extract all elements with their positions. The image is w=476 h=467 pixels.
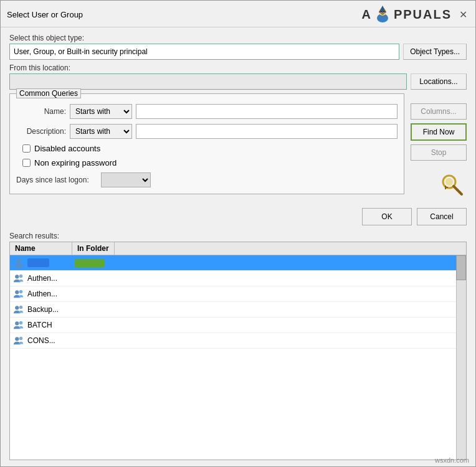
- svg-point-25: [19, 321, 22, 324]
- results-header: Name In Folder: [10, 242, 466, 255]
- result-name-cell: Authen...: [27, 274, 74, 283]
- scrollbar-thumb[interactable]: [456, 255, 466, 280]
- single-user-icon: [13, 257, 24, 268]
- name-query-label: Name:: [16, 107, 66, 116]
- results-section: Search results: Name In Folder: [9, 232, 467, 460]
- group-user-icon: [13, 304, 24, 315]
- table-row[interactable]: CONS...: [10, 333, 466, 349]
- svg-point-17: [16, 258, 21, 263]
- appuals-logo: A: [361, 4, 452, 24]
- svg-point-27: [19, 337, 22, 340]
- svg-point-21: [19, 290, 22, 293]
- title-bar-right: A: [361, 4, 469, 24]
- locations-button[interactable]: Locations...: [411, 73, 467, 90]
- group-icon: [12, 334, 25, 347]
- table-row[interactable]: Backup...: [10, 302, 466, 318]
- queries-area: Common Queries Name: Starts with Is exac…: [9, 93, 467, 199]
- svg-point-14: [459, 191, 461, 194]
- object-types-button[interactable]: Object Types...: [403, 44, 467, 60]
- results-scroll[interactable]: Authen... Authen..: [10, 255, 466, 460]
- days-since-select[interactable]: 30 60 90: [101, 172, 151, 187]
- search-icon-area: [437, 169, 467, 199]
- queries-right: Columns... Find Now Stop: [411, 98, 467, 199]
- folder-highlight: [74, 258, 104, 267]
- svg-point-18: [15, 275, 19, 278]
- group-user-icon: [13, 288, 24, 300]
- from-location-section: From this location: Locations...: [9, 64, 467, 90]
- svg-point-11: [445, 178, 453, 186]
- name-starts-with-select[interactable]: Starts with Is exactly Contains: [70, 104, 132, 119]
- svg-point-26: [15, 337, 19, 341]
- description-query-input[interactable]: [136, 124, 397, 139]
- appuals-text: PPUALS: [394, 7, 452, 22]
- action-row: OK Cancel: [9, 203, 467, 228]
- svg-point-4: [383, 11, 384, 12]
- description-starts-with-select[interactable]: Starts with Is exactly Contains: [70, 124, 132, 139]
- table-row[interactable]: [10, 255, 466, 271]
- result-name-cell: BATCH: [27, 321, 74, 329]
- svg-point-22: [15, 306, 19, 309]
- days-since-label: Days since last logon:: [16, 176, 97, 184]
- svg-point-19: [19, 275, 22, 278]
- magnifier-icon: [437, 169, 467, 199]
- queries-legend: Common Queries: [16, 88, 81, 98]
- appuals-a: A: [361, 7, 371, 22]
- table-row[interactable]: Authen...: [10, 286, 466, 302]
- result-name-cell: Authen...: [27, 290, 74, 298]
- select-user-dialog: Select User or Group A: [0, 0, 476, 467]
- disabled-accounts-label: Disabled accounts: [34, 144, 100, 153]
- object-type-label: Select this object type:: [9, 34, 467, 42]
- disabled-accounts-checkbox[interactable]: [22, 144, 31, 153]
- description-query-row: Description: Starts with Is exactly Cont…: [16, 124, 397, 139]
- queries-left: Name: Starts with Is exactly Contains De…: [16, 104, 397, 187]
- cancel-button[interactable]: Cancel: [417, 208, 467, 225]
- close-button[interactable]: ✕: [457, 8, 469, 21]
- scrollbar-header-spacer: [115, 242, 125, 255]
- non-expiring-label: Non expiring password: [34, 158, 117, 167]
- svg-point-20: [15, 290, 19, 294]
- disabled-accounts-row: Disabled accounts: [22, 144, 397, 153]
- result-name-cell: [27, 258, 74, 267]
- group-icon: [12, 272, 25, 285]
- dialog-title: Select User or Group: [7, 10, 83, 19]
- group-icon: [12, 288, 25, 300]
- result-name-cell: Backup...: [27, 305, 74, 314]
- columns-button[interactable]: Columns...: [411, 103, 467, 120]
- group-user-icon: [13, 273, 24, 284]
- description-query-label: Description:: [16, 127, 66, 136]
- name-highlight: [27, 258, 49, 267]
- col-name-header: Name: [10, 242, 72, 255]
- results-table: Name In Folder: [9, 242, 467, 460]
- result-folder-cell: [74, 258, 466, 267]
- queries-panel: Common Queries Name: Starts with Is exac…: [9, 93, 404, 194]
- days-since-row: Days since last logon: 30 60 90: [16, 172, 397, 187]
- svg-point-24: [15, 321, 19, 325]
- wizard-icon: [373, 4, 393, 24]
- group-icon: [12, 303, 25, 316]
- ok-button[interactable]: OK: [362, 208, 412, 225]
- name-query-input[interactable]: [136, 104, 397, 119]
- from-location-label: From this location:: [9, 64, 467, 72]
- non-expiring-checkbox[interactable]: [22, 159, 31, 167]
- from-location-input[interactable]: [9, 73, 407, 90]
- user-icon: [12, 257, 25, 269]
- dialog-body: Select this object type: Object Types...…: [1, 27, 475, 466]
- search-results-label: Search results:: [9, 232, 467, 240]
- result-name-cell: CONS...: [27, 336, 74, 345]
- stop-button[interactable]: Stop: [411, 144, 467, 161]
- group-user-icon: [13, 335, 24, 346]
- col-folder-header: In Folder: [72, 242, 115, 255]
- scrollbar-track[interactable]: [456, 255, 466, 460]
- non-expiring-row: Non expiring password: [22, 158, 397, 167]
- table-row[interactable]: BATCH: [10, 318, 466, 333]
- svg-point-13: [456, 189, 459, 191]
- object-type-row: Object Types...: [9, 44, 467, 60]
- group-icon: [12, 319, 25, 331]
- svg-point-23: [19, 306, 22, 309]
- from-location-row: Locations...: [9, 73, 467, 90]
- watermark: wsxdn.com: [435, 456, 469, 464]
- find-now-button[interactable]: Find Now: [411, 123, 467, 141]
- group-user-icon: [13, 319, 24, 331]
- table-row[interactable]: Authen...: [10, 271, 466, 286]
- object-type-input[interactable]: [9, 44, 399, 60]
